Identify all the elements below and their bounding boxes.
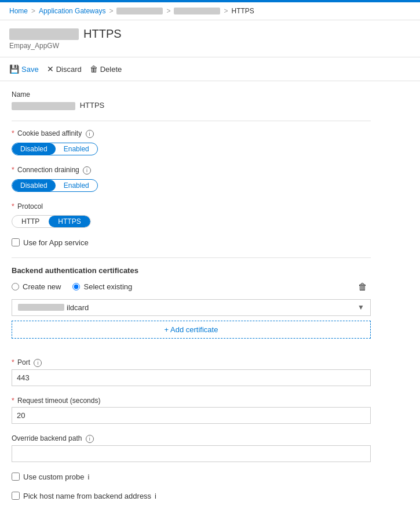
save-button[interactable]: 💾 Save [9, 62, 45, 76]
breadcrumb-redacted2 [174, 8, 220, 14]
request-timeout-input[interactable] [12, 407, 371, 424]
create-new-label: Create new [23, 282, 61, 291]
required-marker: * [12, 129, 14, 137]
cert-dropdown-suffix: ildcard [67, 303, 89, 312]
breadcrumb-sep2: > [109, 7, 113, 15]
select-existing-option[interactable]: Select existing [72, 282, 132, 291]
cookie-affinity-disabled-btn[interactable]: Disabled [12, 143, 56, 155]
breadcrumb: Home > Application Gateways > > > HTTPS [0, 2, 420, 20]
use-app-service-section: Use for App service [12, 238, 371, 247]
override-backend-path-info-icon[interactable]: i [86, 435, 94, 443]
create-new-radio[interactable] [12, 283, 19, 290]
pick-hostname-row: Pick host name from backend address i [12, 492, 371, 500]
protocol-section: * Protocol HTTP HTTPS [12, 202, 371, 228]
port-info-icon[interactable]: i [34, 359, 42, 367]
delete-button[interactable]: 🗑 Delete [90, 62, 128, 76]
select-existing-radio[interactable] [72, 283, 80, 290]
toolbar: 💾 Save ✕ Discard 🗑 Delete [0, 57, 420, 81]
required-marker3: * [12, 202, 14, 210]
use-custom-probe-label[interactable]: Use custom probe [23, 473, 85, 481]
cert-dropdown-arrow-icon: ▼ [357, 303, 364, 311]
page-header: HTTPS Empay_AppGW [0, 20, 420, 57]
add-certificate-button[interactable]: + Add certificate [12, 321, 371, 339]
save-icon: 💾 [9, 64, 19, 74]
port-input[interactable]: 443 [12, 369, 371, 386]
divider1 [12, 121, 371, 121]
page-title-row: HTTPS [9, 27, 411, 41]
discard-button[interactable]: ✕ Discard [47, 62, 87, 76]
override-backend-path-section: Override backend path i [12, 434, 371, 462]
cookie-affinity-info-icon[interactable]: i [86, 130, 94, 138]
override-backend-path-input[interactable] [12, 445, 371, 462]
cert-radio-row: Create new Select existing [12, 282, 355, 291]
backend-auth-title: Backend authentication certificates [12, 266, 371, 275]
connection-draining-disabled-btn[interactable]: Disabled [12, 180, 56, 191]
discard-icon: ✕ [47, 64, 54, 74]
connection-draining-label: * Connection draining i [12, 166, 371, 175]
name-redacted [12, 102, 75, 110]
save-label: Save [21, 65, 39, 74]
port-label: * Port i [12, 358, 371, 367]
use-app-service-row: Use for App service [12, 238, 371, 247]
connection-draining-section: * Connection draining i Disabled Enabled [12, 166, 371, 192]
required-marker4: * [12, 358, 14, 366]
port-section: * Port i 443 [12, 358, 371, 386]
breadcrumb-sep1: > [31, 7, 35, 15]
pick-hostname-label[interactable]: Pick host name from backend address [23, 492, 151, 500]
request-timeout-label: * Request timeout (seconds) [12, 397, 371, 405]
connection-draining-toggle: Disabled Enabled [12, 179, 98, 192]
request-timeout-section: * Request timeout (seconds) [12, 397, 371, 424]
use-custom-probe-row: Use custom probe i [12, 473, 371, 481]
pick-hostname-section: Pick host name from backend address i [12, 492, 371, 500]
name-label: Name [12, 90, 371, 99]
cookie-affinity-toggle: Disabled Enabled [12, 143, 98, 155]
cookie-affinity-enabled-btn[interactable]: Enabled [56, 143, 97, 155]
use-custom-probe-checkbox[interactable] [12, 473, 20, 481]
breadcrumb-sep4: > [224, 7, 228, 15]
discard-label: Discard [56, 65, 82, 74]
create-new-option[interactable]: Create new [12, 282, 61, 291]
protocol-toggle: HTTP HTTPS [12, 215, 91, 228]
required-marker5: * [12, 397, 14, 405]
protocol-http-btn[interactable]: HTTP [12, 216, 49, 227]
form-body: Name HTTPS * Cookie based affinity i Dis… [0, 81, 382, 505]
name-suffix: HTTPS [80, 101, 105, 110]
breadcrumb-app-gateways[interactable]: Application Gateways [39, 7, 105, 15]
title-redacted [9, 28, 79, 40]
connection-draining-enabled-btn[interactable]: Enabled [56, 180, 97, 191]
select-existing-label: Select existing [83, 282, 132, 291]
cert-dropdown-container: ildcard ▼ [12, 299, 371, 316]
required-marker2: * [12, 166, 14, 174]
connection-draining-info-icon[interactable]: i [83, 166, 91, 175]
override-backend-path-label: Override backend path i [12, 434, 371, 443]
cookie-affinity-section: * Cookie based affinity i Disabled Enabl… [12, 129, 371, 155]
cookie-affinity-label: * Cookie based affinity i [12, 129, 371, 138]
breadcrumb-home[interactable]: Home [9, 7, 28, 15]
use-app-service-checkbox[interactable] [12, 238, 20, 246]
pick-hostname-info-icon[interactable]: i [155, 492, 156, 500]
use-custom-probe-info-icon[interactable]: i [88, 473, 90, 481]
name-value: HTTPS [12, 101, 371, 110]
breadcrumb-redacted1 [116, 8, 163, 14]
delete-label: Delete [100, 65, 122, 74]
breadcrumb-sep3: > [166, 7, 170, 15]
page-title: HTTPS [83, 27, 122, 41]
delete-icon: 🗑 [90, 64, 98, 74]
cert-dropdown-redacted [18, 304, 64, 311]
protocol-label: * Protocol [12, 202, 371, 210]
divider2 [12, 257, 371, 258]
breadcrumb-current: HTTPS [231, 7, 254, 15]
cert-dropdown[interactable]: ildcard ▼ [12, 299, 371, 316]
backend-auth-section: Backend authentication certificates Crea… [12, 266, 371, 348]
page-subtitle: Empay_AppGW [9, 42, 411, 50]
name-section: Name HTTPS [12, 90, 371, 110]
pick-hostname-checkbox[interactable] [12, 492, 20, 500]
use-app-service-label[interactable]: Use for App service [23, 238, 89, 247]
cert-delete-button[interactable]: 🗑 [355, 281, 371, 293]
use-custom-probe-section: Use custom probe i [12, 473, 371, 481]
protocol-https-btn[interactable]: HTTPS [49, 216, 90, 227]
